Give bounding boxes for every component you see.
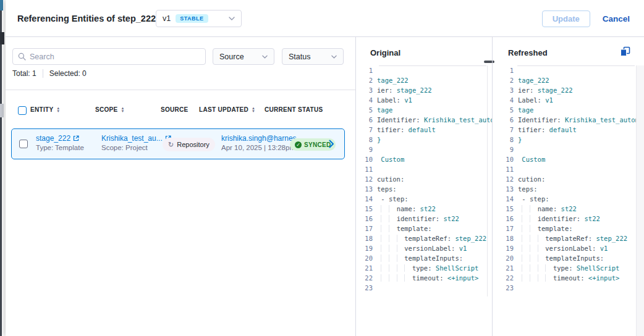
copy-icon[interactable] (620, 46, 630, 57)
code-line: 18 templateRef: step_222 (356, 233, 492, 243)
code-line: 12 execution: (493, 174, 644, 184)
check-circle-icon: ✓ (295, 141, 302, 148)
modal-header: Referencing Entities of step_222 v1 STAB… (6, 0, 644, 37)
status-filter-label: Status (289, 52, 310, 61)
line-number: 5 (493, 105, 518, 115)
line-number: 21 (356, 263, 377, 273)
code-line: 6 projectIdentifier: Krishika_test_autom… (493, 115, 644, 125)
row-checkbox[interactable] (19, 140, 28, 148)
entity-link[interactable]: stage_222 (36, 134, 84, 143)
code-line: 16 identifier: st22 (356, 214, 492, 224)
refreshed-code-editor[interactable]: 1template:2 name: stage_2223 identifier:… (493, 65, 644, 336)
line-number: 2 (493, 75, 518, 85)
line-number: 7 (493, 125, 518, 135)
page-title: Referencing Entities of step_222 (17, 14, 156, 23)
vertical-scrollbar-track[interactable] (636, 65, 644, 336)
code-line: 11 spec: (493, 164, 644, 174)
column-header-scope[interactable]: SCOPE ▲▼ (95, 106, 125, 113)
code-line: 17 template: (493, 224, 644, 233)
cancel-button[interactable]: Cancel (603, 14, 630, 23)
code-line: 18 templateRef: step_222 (493, 233, 644, 243)
line-number: 18 (493, 233, 518, 243)
code-line: 6 projectIdentifier: Krishika_test_autom… (356, 115, 492, 125)
code-line: 7 orgIdentifier: default (493, 125, 644, 135)
code-line: 4 versionLabel: v1 (356, 95, 492, 105)
code-line: 9 spec: (493, 145, 644, 154)
entities-list-panel: Source Status Total: 1 Selected: 0 ENTIT… (6, 37, 355, 336)
chevron-right-icon[interactable] (329, 140, 334, 148)
code-line: 15 name: st22 (356, 204, 492, 214)
line-number: 12 (356, 174, 377, 184)
update-button[interactable]: Update (542, 10, 590, 27)
external-link-icon (73, 135, 79, 141)
table-header: ENTITY ▲▼ SCOPE ▲▼ SOURCE LAST UPDATED ▲… (6, 106, 355, 120)
line-number: 23 (493, 283, 518, 293)
code-line: 22 timeout: <+input> (356, 273, 492, 283)
column-header-last-updated[interactable]: LAST UPDATED ▲▼ (199, 106, 255, 113)
line-number: 17 (356, 224, 377, 233)
original-title: Original (370, 48, 400, 57)
yaml-diff-area: Original 1template:2 name: stage_2223 id… (355, 37, 644, 336)
code-line: 17 template: (356, 224, 492, 233)
line-number: 15 (356, 204, 377, 214)
column-header-entity[interactable]: ENTITY ▲▼ (30, 106, 61, 113)
code-line: 23 (493, 283, 644, 293)
repository-icon: ↻ (168, 141, 174, 149)
code-line: 9 spec: (356, 145, 492, 154)
column-header-source: SOURCE (161, 106, 189, 113)
line-number: 10 (493, 154, 518, 164)
select-all-checkbox[interactable] (18, 106, 27, 115)
background-header-strip (0, 0, 3, 10)
scope-link[interactable]: Krishika_test_au... (101, 134, 171, 143)
original-panel: Original 1template:2 name: stage_2223 id… (356, 37, 492, 336)
code-line: 23 (356, 283, 492, 293)
code-line: 11 spec: (356, 164, 492, 174)
line-number: 7 (356, 125, 377, 135)
line-number: 16 (356, 214, 377, 224)
line-number: 6 (493, 115, 518, 125)
original-panel-header: Original (356, 37, 492, 65)
search-box (12, 48, 206, 65)
line-number: 1 (356, 65, 377, 75)
background-fragment (0, 32, 4, 44)
line-number: 3 (493, 85, 518, 95)
scope-sub: Scope: Project (101, 144, 171, 151)
table-row[interactable]: stage_222 Type: Template Krishika_test_a… (11, 128, 345, 159)
line-number: 22 (493, 273, 518, 283)
line-number: 2 (356, 75, 377, 85)
column-header-current-status: CURRENT STATUS (265, 106, 323, 113)
selected-count: Selected: 0 (49, 69, 87, 78)
source-chip: ↻ Repository (163, 138, 215, 151)
version-dropdown[interactable]: v1 STABLE (156, 10, 242, 27)
code-line: 2 name: stage_222 (356, 75, 492, 85)
line-number: 6 (356, 115, 377, 125)
line-number: 23 (356, 283, 377, 293)
search-input[interactable] (30, 52, 200, 61)
totals-row: Total: 1 Selected: 0 (12, 69, 87, 78)
source-filter-dropdown[interactable]: Source (213, 48, 274, 65)
line-number: 4 (493, 95, 518, 105)
line-number: 19 (356, 243, 377, 253)
source-filter-label: Source (219, 52, 244, 61)
code-line: 1template: (493, 65, 644, 75)
line-number: 15 (493, 204, 518, 214)
sort-icon: ▲▼ (121, 107, 125, 113)
scope-cell: Krishika_test_au... Scope: Project (101, 134, 171, 151)
line-number: 5 (356, 105, 377, 115)
line-number: 14 (493, 194, 518, 204)
line-number: 4 (356, 95, 377, 105)
line-number: 9 (356, 145, 377, 154)
background-sidebar-strip (0, 10, 2, 336)
code-line: 1template: (356, 65, 492, 75)
original-code-editor[interactable]: 1template:2 name: stage_2223 identifier:… (356, 65, 492, 336)
sort-icon: ▲▼ (252, 107, 255, 113)
total-count: Total: 1 (12, 69, 36, 78)
code-line: 22 timeout: <+input> (493, 273, 644, 283)
line-number: 19 (493, 243, 518, 253)
status-filter-dropdown[interactable]: Status (282, 48, 344, 65)
code-line: 13 steps: (493, 184, 644, 194)
code-line: 8 tags: {} (493, 135, 644, 145)
chevron-down-icon (229, 17, 235, 20)
code-line: 3 identifier: stage_222 (493, 85, 644, 95)
line-number: 10 (356, 154, 377, 164)
